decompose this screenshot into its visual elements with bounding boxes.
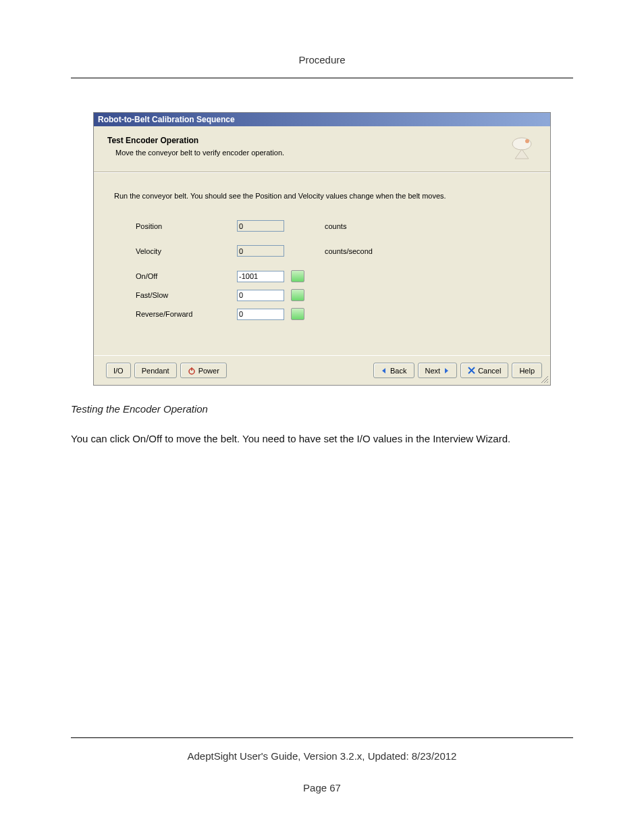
label-revfwd: Reverse/Forward bbox=[136, 310, 237, 318]
body-paragraph: You can click On/Off to move the belt. Y… bbox=[71, 431, 573, 446]
pendant-button-label: Pendant bbox=[142, 367, 169, 375]
units-velocity: counts/second bbox=[325, 247, 373, 255]
svg-point-1 bbox=[525, 139, 529, 143]
revfwd-field[interactable] bbox=[237, 309, 284, 320]
revfwd-toggle-button[interactable] bbox=[291, 308, 304, 320]
arrow-left-icon bbox=[381, 367, 387, 374]
back-button[interactable]: Back bbox=[373, 363, 414, 378]
resize-grip-icon[interactable] bbox=[539, 374, 549, 384]
row-revfwd: Reverse/Forward bbox=[136, 308, 537, 320]
arrow-right-icon bbox=[443, 367, 450, 374]
io-button-label: I/O bbox=[113, 367, 124, 375]
dialog-subheading: Move the conveyor belt to verify encoder… bbox=[115, 149, 537, 157]
robot-icon bbox=[508, 134, 535, 161]
position-field bbox=[237, 220, 284, 232]
footer-line: AdeptSight User's Guide, Version 3.2.x, … bbox=[71, 750, 573, 762]
label-position: Position bbox=[136, 222, 237, 230]
next-button[interactable]: Next bbox=[418, 363, 458, 378]
power-button-label: Power bbox=[198, 367, 219, 375]
row-position: Position counts bbox=[136, 220, 537, 232]
back-button-label: Back bbox=[390, 367, 406, 375]
dialog-heading: Test Encoder Operation bbox=[107, 136, 537, 145]
fastslow-toggle-button[interactable] bbox=[291, 289, 304, 301]
help-button[interactable]: Help bbox=[512, 363, 542, 378]
page-number: Page 67 bbox=[71, 782, 573, 793]
dialog-header-panel: Test Encoder Operation Move the conveyor… bbox=[94, 126, 550, 172]
velocity-field bbox=[237, 245, 284, 257]
label-velocity: Velocity bbox=[136, 247, 237, 255]
header-rule bbox=[71, 78, 573, 78]
fastslow-field[interactable] bbox=[237, 290, 284, 301]
dialog-titlebar: Robot-to-Belt Calibration Sequence bbox=[94, 113, 550, 126]
onoff-field[interactable] bbox=[237, 271, 284, 282]
figure-caption: Testing the Encoder Operation bbox=[71, 403, 573, 415]
x-icon bbox=[468, 367, 475, 374]
io-button[interactable]: I/O bbox=[106, 363, 131, 378]
pendant-button[interactable]: Pendant bbox=[134, 363, 177, 378]
row-onoff: On/Off bbox=[136, 270, 537, 282]
cancel-button[interactable]: Cancel bbox=[460, 363, 508, 378]
dialog-footer: I/O Pendant Power Back Next Cancel Help bbox=[94, 355, 550, 385]
help-button-label: Help bbox=[519, 367, 535, 375]
power-button[interactable]: Power bbox=[180, 363, 227, 378]
label-fastslow: Fast/Slow bbox=[136, 291, 237, 299]
svg-line-8 bbox=[547, 382, 548, 383]
row-fastslow: Fast/Slow bbox=[136, 289, 537, 301]
units-position: counts bbox=[325, 222, 346, 230]
dialog-body: Run the conveyor belt. You should see th… bbox=[94, 172, 550, 355]
footer-rule bbox=[71, 737, 573, 738]
calibration-dialog: Robot-to-Belt Calibration Sequence Test … bbox=[93, 112, 551, 386]
instruction-text: Run the conveyor belt. You should see th… bbox=[114, 192, 537, 200]
page-header: Procedure bbox=[71, 54, 573, 66]
next-button-label: Next bbox=[425, 367, 441, 375]
onoff-toggle-button[interactable] bbox=[291, 270, 304, 282]
label-onoff: On/Off bbox=[136, 272, 237, 280]
row-velocity: Velocity counts/second bbox=[136, 245, 537, 257]
power-icon bbox=[188, 367, 196, 375]
cancel-button-label: Cancel bbox=[478, 367, 501, 375]
